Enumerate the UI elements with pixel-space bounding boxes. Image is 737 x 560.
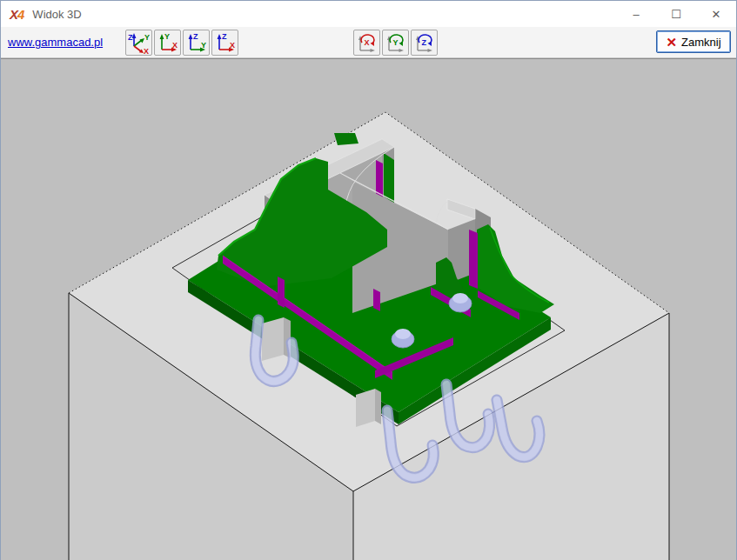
close-window-button[interactable]: ✕ (696, 1, 736, 27)
svg-text:Z: Z (222, 32, 227, 41)
scene-canvas (1, 59, 736, 560)
app-logo-icon: X4 (10, 7, 23, 22)
view-side-button[interactable]: Z X (211, 30, 238, 56)
zamknij-label: Zamknij (681, 36, 721, 49)
svg-text:Z: Z (193, 32, 198, 41)
view-isometric-button[interactable]: Z Y X (125, 30, 152, 56)
svg-text:Y: Y (164, 32, 170, 41)
svg-text:X: X (230, 41, 235, 50)
view-orientation-buttons: Z Y X Y X (125, 30, 238, 56)
rotate-z-icon: Z (412, 31, 436, 54)
axes-xy-icon: Y X (156, 31, 179, 54)
axes-zy-icon: Z Y (184, 31, 208, 54)
rotate-z-button[interactable]: Z (411, 30, 438, 56)
view-front-button[interactable]: Z Y (183, 30, 210, 56)
maximize-button[interactable]: ☐ (656, 1, 696, 27)
svg-text:X: X (365, 38, 370, 47)
svg-text:Y: Y (201, 41, 206, 50)
svg-text:Z: Z (128, 33, 133, 42)
stiffener-far-tip (334, 133, 358, 145)
titlebar: X4 Widok 3D – ☐ ✕ (1, 1, 736, 27)
close-x-icon: ✕ (666, 36, 677, 49)
window-title: Widok 3D (32, 8, 81, 21)
viewport-3d[interactable] (1, 58, 736, 559)
minimize-button[interactable]: – (616, 1, 656, 27)
svg-text:Y: Y (144, 33, 150, 42)
svg-text:X: X (144, 47, 149, 54)
app-window: X4 Widok 3D – ☐ ✕ www.gammacad.pl Z Y (0, 0, 737, 560)
axes-iso-icon: Z Y X (127, 31, 151, 54)
rotate-buttons: X Y (353, 30, 438, 56)
rotate-x-icon: X (355, 31, 379, 54)
window-controls: – ☐ ✕ (616, 1, 736, 27)
rotate-y-button[interactable]: Y (382, 30, 409, 56)
stiffener-back (384, 153, 394, 203)
svg-text:X: X (172, 41, 178, 50)
zamknij-button[interactable]: ✕ Zamknij (656, 30, 731, 53)
svg-text:Y: Y (393, 38, 399, 47)
view-top-button[interactable]: Y X (154, 30, 181, 56)
rotate-y-icon: Y (384, 31, 407, 54)
gammacad-link[interactable]: www.gammacad.pl (8, 36, 103, 49)
rotate-x-button[interactable]: X (353, 30, 380, 56)
axes-zx-icon: Z X (213, 31, 237, 54)
svg-text:Z: Z (422, 38, 427, 47)
toolbar: www.gammacad.pl Z Y X (1, 27, 736, 58)
